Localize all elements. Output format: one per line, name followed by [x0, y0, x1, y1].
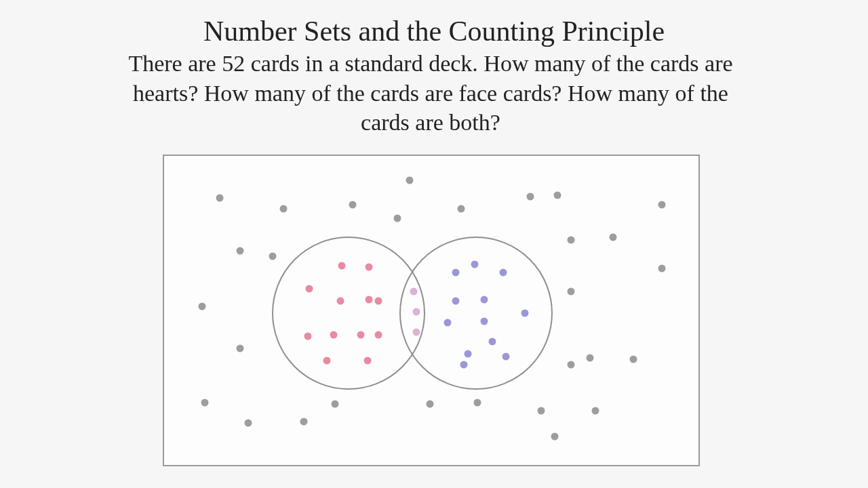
- dot-outside: [332, 401, 339, 408]
- dot-outside: [300, 418, 308, 426]
- dot-outside: [658, 201, 666, 209]
- dot-outside: [658, 265, 666, 272]
- dot-left-set: [366, 264, 373, 271]
- dot-outside: [237, 345, 244, 352]
- dot-left-set: [338, 262, 346, 270]
- dot-right-set: [471, 261, 479, 268]
- page-title: Number Sets and the Counting Principle: [0, 15, 868, 47]
- dot-left-set: [375, 331, 382, 339]
- dot-outside: [474, 399, 481, 407]
- venn-diagram-box: [163, 155, 700, 466]
- dot-left-set: [366, 296, 373, 304]
- dot-outside: [551, 433, 559, 441]
- dot-right-set: [481, 296, 488, 304]
- dot-outside: [201, 399, 209, 407]
- dot-outside: [568, 288, 575, 296]
- venn-left-circle: [273, 237, 425, 389]
- dot-outside: [237, 247, 244, 255]
- dot-outside: [554, 192, 561, 199]
- dot-left-set: [357, 331, 365, 339]
- dot-left-set: [337, 298, 344, 305]
- dot-left-set: [306, 285, 313, 293]
- slide: Number Sets and the Counting Principle T…: [0, 0, 868, 488]
- dot-right-set: [500, 269, 507, 277]
- dot-right-set: [502, 353, 510, 361]
- venn-diagram: [164, 156, 698, 465]
- dot-outside: [568, 361, 575, 369]
- dot-outside: [427, 401, 434, 408]
- dot-outside: [216, 195, 224, 202]
- dot-outside: [592, 407, 599, 415]
- dot-left-set: [364, 357, 372, 365]
- dot-outside: [269, 253, 277, 260]
- dot-outside: [458, 205, 465, 213]
- dot-outside: [630, 356, 637, 363]
- dot-outside: [610, 234, 617, 241]
- dot-right-set: [489, 338, 496, 346]
- dot-right-set: [460, 361, 468, 369]
- dot-right-set: [452, 269, 460, 277]
- dot-outside: [538, 407, 545, 415]
- dot-left-set: [304, 333, 312, 340]
- dot-right-set: [452, 298, 460, 305]
- problem-prompt: There are 52 cards in a standard deck. H…: [125, 49, 736, 138]
- dot-outside: [587, 354, 594, 362]
- dot-right-set: [444, 319, 452, 327]
- dot-overlap: [413, 308, 420, 316]
- dot-outside: [245, 420, 252, 427]
- dot-right-set: [481, 318, 488, 325]
- dot-outside: [349, 201, 357, 209]
- dot-outside: [394, 215, 401, 222]
- dot-outside: [406, 177, 414, 184]
- dot-outside: [199, 303, 206, 310]
- dot-right-set: [521, 310, 529, 317]
- dot-overlap: [413, 329, 420, 336]
- dot-overlap: [410, 288, 418, 296]
- dot-right-set: [465, 350, 472, 358]
- dot-left-set: [375, 298, 382, 305]
- dot-outside: [280, 205, 288, 213]
- dot-left-set: [330, 331, 338, 339]
- dot-outside: [527, 193, 534, 201]
- venn-right-circle: [400, 237, 552, 389]
- dot-left-set: [323, 357, 331, 365]
- dot-outside: [568, 237, 575, 244]
